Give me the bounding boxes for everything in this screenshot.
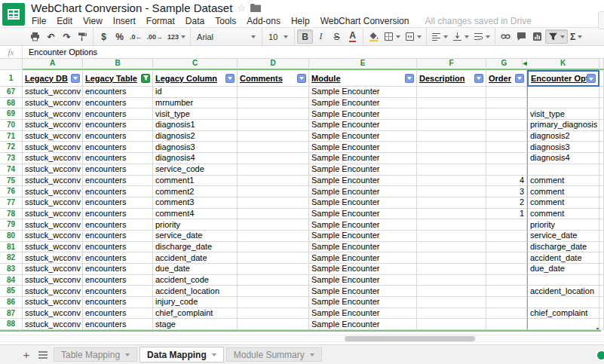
cell[interactable]: diagnosis2 [153,131,238,142]
more-formats-button[interactable]: 123 [165,29,188,44]
cell[interactable]: Sample Encounter [309,98,417,109]
filter-dropdown-icon[interactable] [474,74,483,83]
cell[interactable]: Sample Encounter [309,219,417,231]
cell[interactable]: sstuck_wcconv [23,209,83,220]
cell[interactable]: sstuck_wcconv [23,297,83,308]
font-family-select[interactable]: Arial [193,29,259,44]
row-header[interactable]: 81 [0,242,23,253]
cell[interactable]: Sample Encounter [309,131,417,142]
cell[interactable]: mrnumber [153,98,238,109]
currency-format-button[interactable]: $ [96,29,112,44]
row-header[interactable]: 79 [0,219,23,231]
cell[interactable]: sstuck_wcconv [23,231,83,242]
cell[interactable]: sstuck_wcconv [23,109,83,120]
menu-item-insert[interactable]: Insert [108,16,141,26]
merge-cells-button[interactable] [403,29,424,44]
cell[interactable]: encounters [83,186,153,197]
row-header[interactable]: 1 [0,70,23,87]
cell[interactable]: sstuck_wcconv [23,131,83,142]
cell[interactable] [527,275,599,286]
cell[interactable]: sstuck_wcconv [23,275,83,286]
cell[interactable] [527,87,599,98]
column-header-g[interactable]: G [486,59,523,70]
cell[interactable]: sstuck_wcconv [23,164,83,176]
cell[interactable]: sstuck_wcconv [23,242,83,253]
row-header[interactable]: 77 [0,197,23,209]
cell[interactable]: sstuck_wcconv [23,286,83,297]
cell[interactable]: Sample Encounter [309,176,417,187]
cell[interactable]: encounters [83,109,153,120]
cell[interactable]: injury_code [153,297,238,308]
cell[interactable] [417,98,486,109]
cell[interactable] [238,252,309,264]
sheets-logo-icon[interactable] [2,3,25,26]
cell[interactable]: priority [527,219,599,231]
cell[interactable]: 4 [486,176,527,187]
cell[interactable] [486,120,527,131]
cell[interactable]: diagnosis4 [153,153,238,164]
cell[interactable] [527,98,599,109]
cell[interactable]: encounters [83,252,153,264]
insert-link-button[interactable] [498,29,514,44]
column-header-d[interactable]: D [238,59,309,70]
cell[interactable] [238,142,309,153]
filter-applied-icon[interactable] [141,74,150,83]
cell[interactable] [417,164,486,176]
grid-corner[interactable] [0,59,23,70]
cell[interactable]: encounters [83,153,153,164]
horizontal-align-button[interactable] [429,29,450,44]
cell[interactable] [486,153,527,164]
cell[interactable]: comment2 [153,186,238,197]
text-wrap-button-dropdown-icon[interactable] [486,35,490,41]
cell[interactable]: encounters [83,297,153,308]
cell[interactable]: encounters [83,142,153,153]
cell[interactable] [238,197,309,209]
filter-dropdown-icon[interactable] [225,74,235,83]
merge-cells-button-dropdown-icon[interactable] [417,35,422,41]
menu-item-webchart-conversion[interactable]: WebChart Conversion [315,16,415,26]
cell[interactable]: comment [527,197,599,209]
cell[interactable] [238,275,309,286]
cell[interactable] [417,131,486,142]
cell[interactable]: Comments [238,70,309,87]
cell[interactable] [238,297,309,308]
row-header[interactable]: 88 [0,319,23,330]
cell[interactable]: stage [153,319,238,330]
cell[interactable] [486,308,527,320]
cell[interactable]: comment1 [153,176,238,187]
cell[interactable]: due_date [153,264,238,275]
font-family-select-dropdown-icon[interactable] [251,35,256,41]
cell[interactable] [238,219,309,231]
cell[interactable]: 2 [486,197,527,209]
formula-input[interactable]: Encounter Options [23,46,97,58]
cell[interactable] [417,231,486,242]
menu-item-tools[interactable]: Tools [210,16,241,26]
cell[interactable] [486,319,527,330]
functions-button[interactable]: Σ [568,29,584,44]
cell[interactable]: encounters [83,219,153,231]
cell[interactable]: chief_complaint [527,308,599,320]
cell[interactable]: sstuck_wcconv [23,197,83,209]
cell[interactable]: encounters [83,308,153,320]
insert-comment-button[interactable] [514,29,529,44]
tab-dropdown-icon[interactable] [310,353,314,359]
more-formats-button-dropdown-icon[interactable] [181,35,185,41]
horizontal-align-button-dropdown-icon[interactable] [443,35,448,41]
filter-dropdown-icon[interactable] [71,74,80,83]
row-header[interactable]: 70 [0,120,23,131]
selected-cell[interactable]: Encounter Options [527,70,599,87]
cell[interactable]: encounters [83,209,153,220]
selection-fill-handle[interactable] [596,327,599,330]
column-header-f[interactable]: F [417,59,486,70]
cell[interactable]: Sample Encounter [309,109,417,120]
menu-item-file[interactable]: File [31,16,51,26]
cell[interactable]: encounters [83,264,153,275]
cell[interactable] [238,242,309,253]
cell[interactable]: service_date [153,231,238,242]
cell[interactable] [417,197,486,209]
cell[interactable] [238,286,309,297]
menu-item-view[interactable]: View [78,16,108,26]
cell[interactable]: sstuck_wcconv [23,142,83,153]
cell[interactable]: Sample Encounter [309,87,417,98]
row-header[interactable]: 84 [0,275,23,286]
